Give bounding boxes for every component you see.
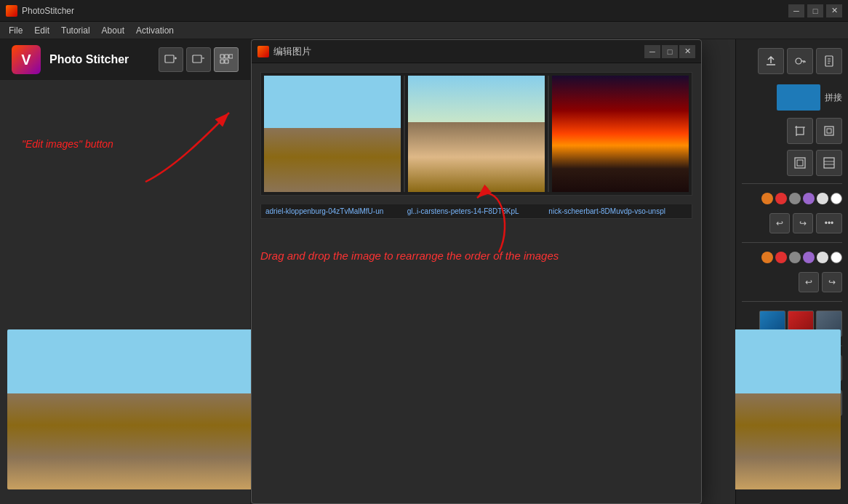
edit-images-icon xyxy=(220,53,233,66)
strip-image-1[interactable] xyxy=(264,76,401,192)
modal-minimize-button[interactable]: ─ xyxy=(644,45,660,58)
right-top-row xyxy=(739,45,845,77)
frame2-button[interactable] xyxy=(816,150,842,176)
color-white[interactable] xyxy=(817,193,828,204)
color-red-2[interactable] xyxy=(775,252,787,263)
redo-button[interactable]: ↪ xyxy=(793,213,813,233)
color-gray[interactable] xyxy=(789,193,801,204)
color-red[interactable] xyxy=(775,193,787,204)
app-header: V Photo Stitcher xyxy=(0,39,250,80)
divider-2 xyxy=(742,242,842,243)
crop-button[interactable] xyxy=(787,118,813,144)
frame-row xyxy=(739,150,845,176)
toolbar-buttons xyxy=(159,47,239,72)
modal-dialog: 编辑图片 ─ □ ✕ adriel-kloppenbur xyxy=(251,39,702,504)
app-logo: V xyxy=(12,45,41,74)
menu-about[interactable]: About xyxy=(96,24,130,37)
svg-rect-5 xyxy=(220,55,224,58)
modal-title: 编辑图片 xyxy=(273,45,644,58)
minimize-button[interactable]: ─ xyxy=(788,4,804,17)
color-orange-2[interactable] xyxy=(761,252,773,263)
modal-title-buttons: ─ □ ✕ xyxy=(644,45,695,58)
modal-maximize-button[interactable]: □ xyxy=(662,45,678,58)
filename-row: adriel-kloppenburg-04zTvMalMfU-un gl..i-… xyxy=(260,204,692,219)
edit-images-annotation: "Edit images" button xyxy=(22,138,113,150)
color-purple-2[interactable] xyxy=(803,252,815,263)
close-button[interactable]: ✕ xyxy=(826,4,842,17)
color-bright-white-2[interactable] xyxy=(831,252,842,263)
svg-rect-25 xyxy=(825,127,833,135)
color-gray-2[interactable] xyxy=(789,252,801,263)
menu-bar: File Edit Tutorial About Activation xyxy=(0,22,848,39)
crop-row xyxy=(739,118,845,144)
svg-rect-28 xyxy=(797,160,803,166)
color-row-1 xyxy=(739,191,845,206)
undo-redo-row-2: ↩ ↪ xyxy=(739,271,845,294)
svg-rect-7 xyxy=(229,55,233,58)
svg-rect-27 xyxy=(795,158,805,168)
menu-edit[interactable]: Edit xyxy=(28,24,55,37)
more-button[interactable]: ••• xyxy=(816,213,842,233)
add-images-icon xyxy=(164,53,177,66)
color-row-2 xyxy=(739,250,845,265)
filename-2: gl..i-carstens-peters-14-F8DT8KpL xyxy=(406,207,548,215)
title-bar-buttons: ─ □ ✕ xyxy=(788,4,842,17)
drag-instruction-container: Drag and drop the image to rearrange the… xyxy=(260,249,692,263)
maximize-button[interactable]: □ xyxy=(807,4,823,17)
filename-1: adriel-kloppenburg-04zTvMalMfU-un xyxy=(264,207,406,215)
remove-images-button[interactable] xyxy=(186,47,211,72)
strip-image-3[interactable] xyxy=(552,76,689,192)
remove-images-icon xyxy=(192,53,205,66)
stitch-label: 拼接 xyxy=(825,92,842,104)
color-bright-white[interactable] xyxy=(831,193,842,204)
svg-rect-6 xyxy=(225,55,228,58)
undo-button-2[interactable]: ↩ xyxy=(799,272,819,292)
key-icon xyxy=(793,55,807,68)
svg-rect-20 xyxy=(796,127,804,135)
expand-icon xyxy=(823,124,836,137)
frame2-icon xyxy=(823,156,836,169)
blue-rect xyxy=(777,84,820,111)
redo-button-2[interactable]: ↪ xyxy=(822,272,842,292)
strip-divider-2 xyxy=(548,76,549,192)
filename-3: nick-scheerbart-8DMuvdp-vso-unspl xyxy=(547,207,689,215)
color-purple[interactable] xyxy=(803,193,815,204)
strip-divider-1 xyxy=(404,76,405,192)
modal-titlebar: 编辑图片 ─ □ ✕ xyxy=(252,40,701,63)
undo-button[interactable]: ↩ xyxy=(769,213,790,233)
svg-rect-26 xyxy=(827,129,831,133)
left-sidebar: V Photo Stitcher xyxy=(0,39,251,504)
undo-redo-row: ↩ ↪ ••• xyxy=(739,212,845,235)
title-bar: PhotoStitcher ─ □ ✕ xyxy=(0,0,848,22)
divider-3 xyxy=(742,301,842,302)
svg-rect-3 xyxy=(193,55,201,63)
frame-icon xyxy=(793,156,807,169)
menu-file[interactable]: File xyxy=(3,24,28,37)
svg-rect-8 xyxy=(220,60,224,63)
modal-close-button[interactable]: ✕ xyxy=(679,45,695,58)
stitch-row: 拼接 xyxy=(739,83,845,112)
app-title: Photo Stitcher xyxy=(49,53,150,66)
app-icon xyxy=(6,5,17,17)
color-white-2[interactable] xyxy=(817,252,828,263)
title-bar-text: PhotoStitcher xyxy=(22,6,788,16)
color-orange[interactable] xyxy=(761,193,773,204)
upload-button[interactable] xyxy=(758,48,784,74)
image-strip xyxy=(260,72,692,196)
divider-1 xyxy=(742,183,842,184)
menu-activation[interactable]: Activation xyxy=(130,24,180,37)
menu-tutorial[interactable]: Tutorial xyxy=(55,24,96,37)
key-button[interactable] xyxy=(787,48,813,74)
crop-icon xyxy=(793,124,807,137)
drag-instruction: Drag and drop the image to rearrange the… xyxy=(260,249,559,262)
modal-body: adriel-kloppenburg-04zTvMalMfU-un gl..i-… xyxy=(252,63,701,503)
svg-rect-29 xyxy=(824,158,834,168)
edit-images-button[interactable] xyxy=(214,47,239,72)
expand-button[interactable] xyxy=(816,118,842,144)
strip-image-2[interactable] xyxy=(408,76,545,192)
modal-icon xyxy=(257,46,269,57)
frame-button[interactable] xyxy=(787,150,813,176)
svg-point-12 xyxy=(796,58,801,64)
document-button[interactable] xyxy=(816,48,842,74)
add-images-button[interactable] xyxy=(159,47,183,72)
